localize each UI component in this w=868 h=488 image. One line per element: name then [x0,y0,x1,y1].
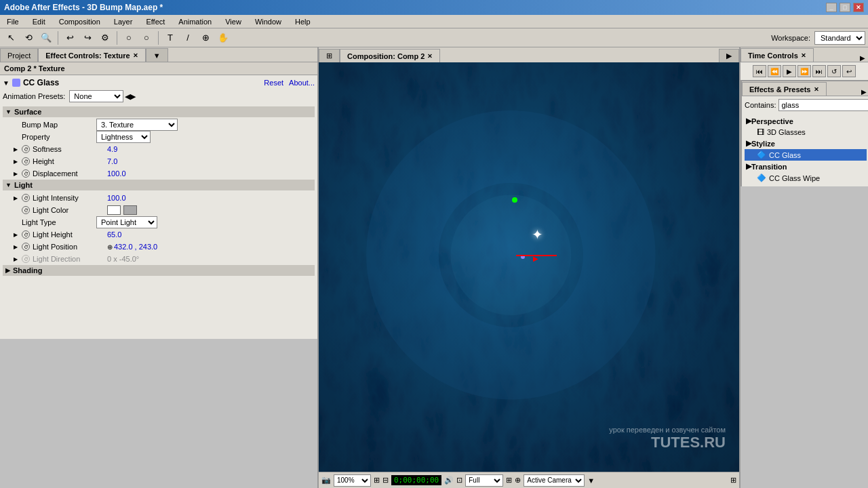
fx-category-perspective[interactable]: ▶ Perspective [745,115,867,127]
surface-section-header[interactable]: ▼ Surface [3,106,315,117]
tab-effect-controls-close[interactable]: ✕ [133,52,138,59]
tool-circle[interactable]: ○ [121,30,137,45]
menu-animation[interactable]: Animation [174,16,216,27]
tc-ram-preview[interactable]: ↩ [842,65,856,77]
softness-stopwatch[interactable]: ⏱ [22,145,30,153]
comp-region-icon[interactable]: ⊞ [506,476,512,485]
light-type-select[interactable]: Point Light [96,216,157,228]
comp-3d-icon[interactable]: ⊕ [515,476,521,485]
displacement-chevron[interactable]: ▶ [14,171,20,177]
light-section-header[interactable]: ▼ Light [3,180,315,190]
light-height-chevron[interactable]: ▶ [14,232,20,238]
menu-layer[interactable]: Layer [110,16,137,27]
light-color-stopwatch[interactable]: ⏱ [22,206,30,214]
light-position-chevron[interactable]: ▶ [14,244,20,250]
tab-effect-controls[interactable]: Effect Controls: Texture ✕ [38,48,145,62]
height-chevron[interactable]: ▶ [14,159,20,165]
close-button[interactable]: ✕ [853,3,864,12]
fx-search-input[interactable] [778,99,868,111]
comp-timecode[interactable]: 0;00;00;00 [391,475,441,485]
fx-item-cc-glass-wipe[interactable]: 🔷 CC Glass Wipe [745,172,867,184]
property-select[interactable]: Lightness [96,131,151,143]
menu-effect[interactable]: Effect [142,16,169,27]
comp-view-select[interactable]: Active Camera [524,474,585,487]
tab-comp-nav[interactable]: ▶ [719,49,739,62]
tool-redo[interactable]: ↪ [79,30,96,45]
tc-play[interactable]: ▶ [783,65,796,77]
tool-text[interactable]: T [162,30,178,45]
minimize-button[interactable]: _ [826,3,837,12]
menu-help[interactable]: Help [291,16,315,27]
tool-rotate[interactable]: ⟲ [20,30,37,45]
time-controls-expand[interactable]: ▶ [860,54,865,62]
light-intensity-value[interactable]: 100.0 [107,194,126,202]
menu-file[interactable]: File [3,16,23,27]
tool-select[interactable]: ↖ [3,30,19,45]
maximize-button[interactable]: □ [840,3,850,12]
tool-hand[interactable]: ✋ [215,30,231,45]
tool-pen[interactable]: / [180,30,196,45]
anim-presets-select[interactable]: None [69,90,123,102]
menu-view[interactable]: View [221,16,245,27]
light-color-swatch2[interactable] [123,205,137,215]
effect-toggle-arrow[interactable]: ▼ [3,79,9,87]
height-value[interactable]: 7.0 [107,157,117,165]
light-direction-chevron[interactable]: ▶ [14,256,20,262]
light-intensity-chevron[interactable]: ▶ [14,195,20,201]
menu-edit[interactable]: Edit [28,16,50,27]
light-height-value[interactable]: 65.0 [107,230,121,239]
comp-audio-icon[interactable]: 🔊 [444,476,454,485]
tab-comp2[interactable]: Composition: Comp 2 ✕ [340,49,440,62]
comp-fullscreen-icon[interactable]: ⊞ [730,476,736,485]
displacement-stopwatch[interactable]: ⏱ [22,169,30,178]
tab-project[interactable]: Project [0,48,38,62]
tool-zoom[interactable]: 🔍 [38,30,54,45]
about-link[interactable]: About... [289,79,315,87]
comp-quality-select[interactable]: Full Half Third Quarter [465,474,503,487]
effects-presets-expand[interactable]: ▶ [861,88,867,96]
reset-link[interactable]: Reset [264,79,283,87]
tab-effects-presets-close[interactable]: ✕ [814,86,819,93]
softness-chevron[interactable]: ▶ [14,146,20,152]
tc-loop[interactable]: ↺ [827,65,841,77]
displacement-value[interactable]: 100.0 [107,169,126,178]
softness-value[interactable]: 4.9 [107,145,117,153]
light-position-crosshair-icon[interactable]: ⊕ [107,243,113,251]
tab-effects-presets[interactable]: Effects & Presets ✕ [742,82,827,96]
tool-settings[interactable]: ⚙ [97,30,113,45]
tab-time-controls[interactable]: Time Controls ✕ [741,48,814,62]
comp-zoom-select[interactable]: 100% [334,474,371,487]
shading-section-header[interactable]: ▶ Shading [3,265,315,276]
menu-window[interactable]: Window [251,16,285,27]
light-position-stopwatch[interactable]: ⏱ [22,243,30,251]
workspace-select[interactable]: Standard [814,31,865,45]
menu-composition[interactable]: Composition [55,16,104,27]
light-color-swatch[interactable] [107,205,121,215]
tab-expand[interactable]: ▼ [146,48,168,62]
anim-presets-prev[interactable]: ◀ [125,92,130,101]
fx-category-stylize[interactable]: ▶ Stylize [745,138,867,149]
light-height-stopwatch[interactable]: ⏱ [22,230,30,239]
fx-item-cc-glass[interactable]: 🔷 CC Glass [745,149,867,161]
tool-undo[interactable]: ↩ [62,30,78,45]
tab-time-controls-close[interactable]: ✕ [801,52,806,59]
comp-grid-icon[interactable]: ⊟ [382,476,389,485]
comp-snapshot-icon[interactable]: 📷 [321,476,331,485]
light-intensity-stopwatch[interactable]: ⏱ [22,194,30,202]
light-position-value[interactable]: 432.0 , 243.0 [114,243,157,251]
bump-map-select[interactable]: 3. Texture [96,119,178,131]
tc-prev-frame[interactable]: ⏪ [768,65,781,77]
tc-next-frame[interactable]: ⏩ [797,65,811,77]
fx-item-3d-glasses[interactable]: 🎞 3D Glasses [745,127,867,138]
tc-last-frame[interactable]: ⏭ [812,65,826,77]
tc-first-frame[interactable]: ⏮ [753,65,766,77]
height-stopwatch[interactable]: ⏱ [22,157,30,165]
comp-transparency-icon[interactable]: ⊡ [456,476,462,485]
tool-clone[interactable]: ⊕ [197,30,214,45]
tab-comp2-close[interactable]: ✕ [427,53,433,60]
anim-presets-next[interactable]: ▶ [130,92,136,101]
comp-view-chevron[interactable]: ▼ [587,476,595,485]
tab-comp-icon[interactable]: ⊞ [319,49,340,62]
comp-resize-icon[interactable]: ⊞ [374,476,380,485]
tool-circle2[interactable]: ○ [138,30,155,45]
